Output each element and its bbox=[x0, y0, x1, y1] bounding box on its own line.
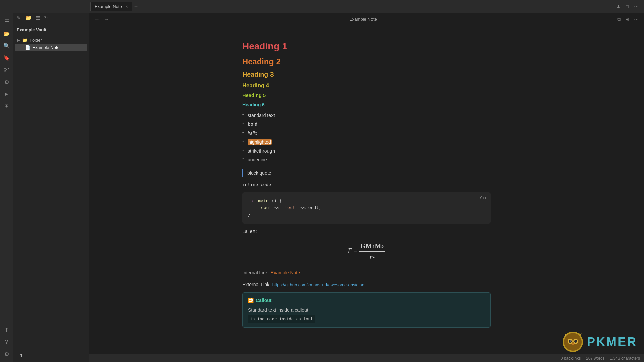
callout-body: Standard text inside a callout. bbox=[248, 306, 485, 314]
pkmer-branding: PKMER bbox=[563, 332, 637, 352]
svg-point-8 bbox=[564, 333, 582, 351]
latex-formula: F = GM₁M₂ r² bbox=[242, 238, 491, 265]
svg-line-6 bbox=[5, 70, 7, 71]
external-link-section: External Link: https://github.com/kmaasr… bbox=[242, 281, 491, 289]
folder-item[interactable]: ▶ 📁 Folder bbox=[15, 37, 87, 44]
file-icon: 📄 bbox=[25, 45, 30, 50]
heading-1: Heading 1 bbox=[242, 39, 491, 54]
reading-view-icon[interactable]: ⧉ bbox=[616, 15, 622, 23]
chevron-right-icon: ▶ bbox=[17, 38, 20, 42]
svg-point-14 bbox=[575, 341, 576, 342]
folder-label: Folder bbox=[30, 38, 42, 43]
note-toolbar: ← → Example Note ⧉ ⊞ ⋯ bbox=[89, 13, 644, 25]
back-button[interactable]: ← bbox=[93, 16, 101, 23]
pkmer-logo-icon bbox=[563, 332, 583, 352]
heading-3: Heading 3 bbox=[242, 69, 491, 80]
char-count: 1,343 characters bbox=[610, 356, 640, 361]
icon-bar: ☰ 📂 🔍 🔖 ⚙ ▶ ⊞ ⬆ ? ⚙ bbox=[0, 13, 13, 362]
toolbar-right-actions: ⧉ ⊞ ⋯ bbox=[616, 15, 640, 23]
new-folder-icon[interactable]: 📁 bbox=[24, 14, 33, 22]
svg-point-13 bbox=[570, 341, 571, 342]
refresh-icon[interactable]: ↻ bbox=[43, 14, 49, 22]
help-icon[interactable]: ? bbox=[1, 337, 12, 347]
file-tree: ▶ 📁 Folder 📄 Example Note bbox=[13, 35, 89, 349]
folder-icon: 📁 bbox=[22, 38, 28, 43]
callout-title: Callout bbox=[256, 297, 271, 304]
more-icon[interactable]: ⋯ bbox=[633, 15, 640, 23]
list-item-normal: standard text bbox=[242, 111, 491, 120]
callout-block: 🔁 Callout Standard text inside a callout… bbox=[242, 292, 491, 328]
svg-line-4 bbox=[5, 68, 7, 70]
list-item-strike: strikethrough bbox=[242, 147, 491, 155]
latex-label: LaTeX: bbox=[242, 228, 491, 235]
heading-4: Heading 4 bbox=[242, 81, 491, 90]
settings-icon[interactable]: ⚙ bbox=[1, 349, 12, 359]
active-tab[interactable]: Example Note × bbox=[90, 2, 132, 11]
navigation-arrows: ← → bbox=[93, 16, 110, 23]
code-lang-label: C++ bbox=[480, 195, 487, 201]
callout-icon: 🔁 bbox=[248, 297, 254, 304]
svg-line-5 bbox=[7, 68, 8, 70]
new-tab-button[interactable]: + bbox=[133, 3, 139, 10]
list-item-bold: bold bbox=[242, 120, 491, 128]
sort-icon[interactable]: ☰ bbox=[34, 14, 41, 22]
content-area: ← → Example Note ⧉ ⊞ ⋯ Heading 1 Heading… bbox=[89, 13, 644, 362]
community-icon[interactable]: ⊞ bbox=[1, 101, 12, 111]
internal-link-section: Internal Link: Example Note bbox=[242, 269, 491, 276]
backlinks-count: 0 backlinks bbox=[561, 356, 581, 361]
maximize-icon[interactable]: □ bbox=[625, 3, 630, 11]
plugins-icon[interactable]: ⚙ bbox=[1, 76, 12, 87]
list-item-highlight: highlighted bbox=[242, 138, 491, 146]
list-item-italic: italic bbox=[242, 129, 491, 138]
graph-icon[interactable] bbox=[1, 64, 12, 75]
callout-header: 🔁 Callout bbox=[248, 297, 485, 304]
terminal-icon[interactable]: ▶ bbox=[1, 89, 12, 99]
new-note-icon[interactable]: ✎ bbox=[15, 13, 22, 22]
code-line-3: } bbox=[248, 211, 485, 218]
bookmarks-icon[interactable]: 🔖 bbox=[1, 52, 12, 63]
title-bar: Example Note × + ⬇ □ ⋯ bbox=[0, 0, 644, 13]
more-options-icon[interactable]: ⋯ bbox=[633, 3, 640, 11]
tab-close-button[interactable]: × bbox=[126, 4, 128, 9]
search-icon[interactable]: 🔍 bbox=[1, 40, 12, 51]
code-block: C++ int main () { cout << "test" << endl… bbox=[242, 192, 491, 224]
note-content: Heading 1 Heading 2 Heading 3 Heading 4 … bbox=[242, 39, 491, 328]
sidebar: ✎ 📁 ☰ ↻ Example Vault ▶ 📁 Folder 📄 Examp… bbox=[13, 13, 89, 362]
inline-code: inline code bbox=[242, 181, 491, 188]
bullet-list: standard text bold italic highlighted st… bbox=[242, 110, 491, 165]
heading-2: Heading 2 bbox=[242, 55, 491, 68]
sidebar-toggle-icon[interactable]: ☰ bbox=[1, 16, 12, 27]
internal-link-anchor[interactable]: Example Note bbox=[270, 270, 300, 275]
heading-6: Heading 6 bbox=[242, 101, 491, 108]
list-item-underline: underline bbox=[242, 155, 491, 164]
blockquote: block quote bbox=[242, 169, 491, 177]
note-scroll-area[interactable]: Heading 1 Heading 2 Heading 3 Heading 4 … bbox=[215, 25, 517, 354]
code-line-1: int main () { bbox=[248, 198, 485, 205]
title-bar-actions: ⬇ □ ⋯ bbox=[611, 3, 644, 11]
file-label: Example Note bbox=[32, 45, 60, 50]
publish-icon[interactable]: ⬆ bbox=[1, 324, 12, 335]
sync-icon-item[interactable]: ⬆ bbox=[15, 352, 87, 359]
tab-bar: Example Note × + bbox=[89, 2, 611, 11]
files-icon[interactable]: 📂 bbox=[1, 28, 12, 39]
main-layout: ☰ 📂 🔍 🔖 ⚙ ▶ ⊞ ⬆ ? ⚙ ✎ 📁 bbox=[0, 13, 644, 362]
word-count: 207 words bbox=[586, 356, 604, 361]
collapse-icon[interactable]: ⬇ bbox=[615, 3, 622, 11]
note-title: Example Note bbox=[113, 17, 613, 22]
tab-label: Example Note bbox=[95, 4, 122, 9]
split-view-icon[interactable]: ⊞ bbox=[624, 15, 631, 23]
forward-button[interactable]: → bbox=[102, 16, 110, 23]
callout-code: inline code inside callout bbox=[248, 315, 315, 323]
status-bar: 0 backlinks 207 words 1,343 characters bbox=[89, 354, 644, 362]
code-line-2: cout << "test" << endl; bbox=[248, 204, 485, 211]
external-link-anchor[interactable]: https://github.com/kmaasrud/awesome-obsi… bbox=[272, 282, 364, 287]
sidebar-bottom: ⬆ bbox=[13, 349, 89, 362]
vault-name: Example Vault bbox=[13, 24, 89, 35]
heading-5: Heading 5 bbox=[242, 92, 491, 100]
latex-section: LaTeX: F = GM₁M₂ r² bbox=[242, 228, 491, 265]
svg-point-15 bbox=[572, 343, 574, 345]
pkmer-text: PKMER bbox=[587, 335, 637, 349]
file-item-example-note[interactable]: 📄 Example Note bbox=[15, 44, 87, 51]
sidebar-action-bar: ✎ 📁 ☰ ↻ bbox=[13, 13, 89, 24]
